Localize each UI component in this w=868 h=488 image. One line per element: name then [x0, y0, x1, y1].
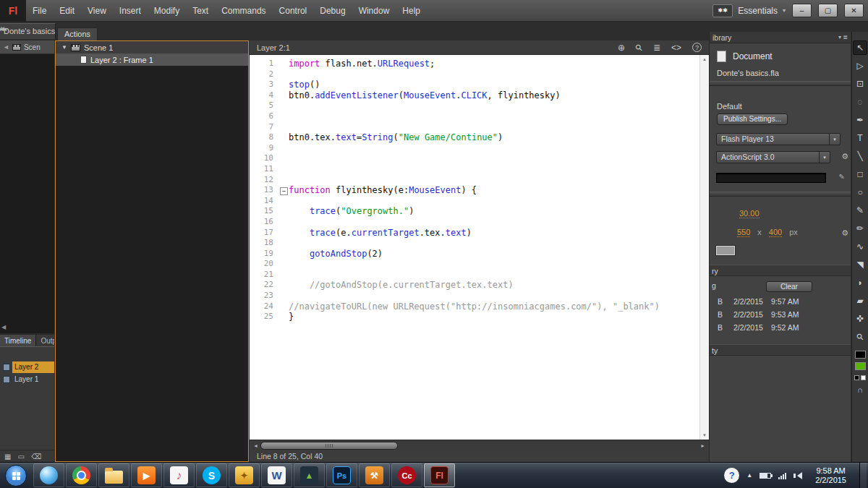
layer-row-layer-1[interactable]: Layer 1	[0, 374, 54, 385]
document-class-field[interactable]	[716, 173, 826, 183]
deco-tool-icon[interactable]: ∿	[853, 239, 867, 254]
stage-pasteboard[interactable]	[0, 54, 54, 333]
code-line[interactable]: 7	[250, 122, 699, 133]
hand-tool-icon[interactable]: ✜	[853, 312, 867, 326]
stage-color-swatch[interactable]	[716, 246, 735, 255]
help-tray-icon[interactable]: ?	[724, 468, 739, 483]
menu-window[interactable]: Window	[352, 0, 396, 22]
code-line[interactable]: 17 trace(e.currentTarget.tex.text)	[250, 228, 699, 239]
show-hidden-icons[interactable]: ▲	[746, 472, 752, 479]
disclosure-triangle-icon[interactable]: ▼	[61, 44, 67, 51]
history-entry[interactable]: B2/2/20159:53 AM	[710, 308, 851, 321]
taskbar-media-player[interactable]: ▶	[131, 463, 162, 487]
history-panel-tab[interactable]: ry	[710, 265, 851, 276]
menu-debug[interactable]: Debug	[313, 0, 352, 22]
code-snippets-icon[interactable]: <>	[671, 43, 681, 53]
new-layer-icon[interactable]: ▦	[4, 453, 11, 461]
panel-menu-icon[interactable]: ▾ ≣	[838, 32, 848, 43]
oval-tool-icon[interactable]: ○	[853, 185, 867, 200]
document-tab[interactable]: Donte's basics	[0, 23, 56, 39]
menu-commands[interactable]: Commands	[215, 0, 272, 22]
code-line[interactable]: 19 gotoAndStop(2)	[250, 249, 699, 260]
fold-collapse-icon[interactable]	[278, 185, 289, 196]
code-line[interactable]: 3stop()	[250, 80, 699, 90]
menu-modify[interactable]: Modify	[148, 0, 186, 22]
taskbar-word[interactable]: W	[261, 463, 292, 487]
start-button[interactable]	[5, 465, 27, 487]
scroll-up-icon[interactable]: ▲	[700, 57, 709, 61]
taskbar-creative-cloud[interactable]: Cc	[391, 463, 422, 487]
lasso-tool-icon[interactable]: ◌	[853, 95, 867, 109]
scroll-down-icon[interactable]: ▼	[700, 433, 709, 437]
timeline-tab-timeline[interactable]: Timeline	[0, 335, 36, 346]
timeline-tab-outp[interactable]: Outp	[36, 335, 54, 346]
scroll-left-icon[interactable]: ◀	[1, 324, 6, 330]
taskbar-photo-viewer[interactable]: ▲	[294, 463, 325, 487]
code-line[interactable]: 16	[250, 217, 699, 228]
tree-item-scene[interactable]: ▼ Scene 1	[56, 41, 248, 53]
actionscript-version-select[interactable]: ActionScript 3.0 ▾	[716, 151, 830, 163]
paint-bucket-tool-icon[interactable]: ◥	[853, 257, 867, 272]
back-arrow-icon[interactable]: ◄	[3, 43, 9, 51]
library-tab[interactable]: ibrary ▾ ≣	[710, 32, 851, 43]
default-colors-control[interactable]	[854, 375, 866, 380]
menu-text[interactable]: Text	[186, 0, 215, 22]
insert-target-path-icon[interactable]: ⊕	[618, 43, 625, 53]
taskbar-internet-browser[interactable]	[33, 463, 64, 487]
size-settings-icon[interactable]: ⚙	[841, 228, 848, 238]
edit-class-icon[interactable]: ✎	[839, 173, 845, 181]
code-line[interactable]: 12	[250, 175, 699, 186]
code-line[interactable]: 4btn0.addEventListener(MouseEvent.CLICK,…	[250, 90, 699, 101]
format-code-icon[interactable]: ≣	[653, 43, 660, 53]
eyedropper-tool-icon[interactable]: ◗	[853, 275, 867, 290]
workspace-icon[interactable]: ✱✱	[712, 4, 733, 17]
menu-view[interactable]: View	[81, 0, 113, 22]
stroke-color-swatch[interactable]	[855, 351, 866, 359]
code-line[interactable]: 24//navigateToURL(new URLRequest("http:/…	[250, 301, 699, 312]
publish-settings-button[interactable]: Publish Settings...	[717, 114, 788, 125]
script-settings-icon[interactable]: ⚙	[841, 152, 848, 161]
zoom-tool-icon[interactable]: ⚲	[850, 327, 868, 347]
actions-panel-tab[interactable]: Actions	[57, 27, 98, 40]
code-line[interactable]: 15 trace("Overgrowth.")	[250, 206, 699, 217]
menu-insert[interactable]: Insert	[113, 0, 148, 22]
history-entry[interactable]: B2/2/20159:57 AM	[710, 295, 851, 308]
network-signal-icon[interactable]	[778, 472, 786, 479]
brush-tool-icon[interactable]: ✏	[853, 221, 867, 236]
snap-to-objects-icon[interactable]: ∩	[857, 385, 863, 394]
close-button[interactable]: ✕	[844, 4, 864, 17]
free-transform-tool-icon[interactable]: ⊡	[853, 77, 867, 91]
taskbar-notes-app[interactable]: ✦	[229, 463, 260, 487]
expand-dock-icon[interactable]: ▸▸	[0, 25, 7, 33]
code-line[interactable]: 8btn0.tex.text=String("New Game/Continue…	[250, 132, 699, 143]
eraser-tool-icon[interactable]: ▰	[853, 294, 867, 308]
code-line[interactable]: 18	[250, 238, 699, 249]
minimize-button[interactable]: –	[792, 4, 812, 17]
taskbar-file-explorer[interactable]	[98, 463, 129, 487]
code-line[interactable]: 9	[250, 143, 699, 154]
workspace-switcher[interactable]: Essentials	[738, 6, 778, 16]
code-line[interactable]: 5	[250, 100, 699, 111]
restore-button[interactable]: ▢	[818, 4, 838, 17]
menu-edit[interactable]: Edit	[53, 0, 81, 22]
scroll-right-icon[interactable]: ▸	[698, 442, 707, 449]
code-line[interactable]: 23	[250, 291, 699, 301]
taskbar-flash-professional[interactable]: Fl	[424, 463, 455, 487]
volume-icon[interactable]	[793, 472, 802, 479]
stage-height-value[interactable]: 400	[769, 228, 782, 237]
taskbar-clock[interactable]: 9:58 AM 2/2/2015	[809, 466, 852, 485]
stage-width-value[interactable]: 550	[737, 228, 750, 237]
text-tool-icon[interactable]: T	[853, 131, 867, 145]
battery-icon[interactable]	[760, 473, 771, 479]
new-folder-icon[interactable]: ▭	[17, 453, 24, 461]
scene-breadcrumb[interactable]: Scen	[24, 43, 41, 51]
code-line[interactable]: 1import flash.net.URLRequest;	[250, 59, 699, 69]
line-tool-icon[interactable]: ╲	[853, 149, 867, 163]
code-line[interactable]: 10	[250, 153, 699, 164]
taskbar-utility-app[interactable]: ⚒	[359, 463, 390, 487]
scrollbar-thumb[interactable]	[260, 442, 398, 450]
code-line[interactable]: 21	[250, 270, 699, 281]
collap sed-panel-tab[interactable]: ty	[710, 344, 851, 356]
pen-tool-icon[interactable]: ✒	[853, 113, 867, 127]
code-line[interactable]: 14	[250, 196, 699, 207]
